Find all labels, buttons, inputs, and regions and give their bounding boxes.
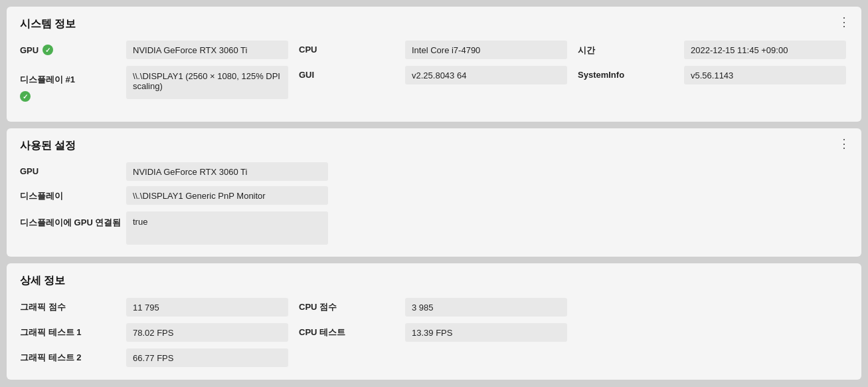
used-settings-card: 사용된 설정 ⋮ GPU NVIDIA GeForce RTX 3060 Ti … [7,128,861,257]
cpu-test-value: 13.39 FPS [405,323,567,342]
display-status-icon [20,91,31,102]
time-label: 시간 [578,41,684,61]
gui-value: v2.25.8043 64 [405,66,567,84]
graphics-test1-label: 그래픽 테스트 1 [20,322,126,342]
system-info-menu[interactable]: ⋮ [838,16,851,28]
settings-display-label: 디스플레이 [20,186,126,206]
graphics-score-value: 11 795 [126,298,288,317]
details-card: 상세 정보 그래픽 점수 11 795 CPU 점수 3 985 그래픽 테스트… [7,263,861,380]
details-title: 상세 정보 [20,274,848,288]
settings-gpu-value: NVIDIA GeForce RTX 3060 Ti [126,162,328,181]
system-info-grid: GPU NVIDIA GeForce RTX 3060 Ti CPU Intel… [20,41,848,110]
settings-gpu-label: GPU [20,162,126,180]
graphics-test1-value: 78.02 FPS [126,323,288,342]
graphics-test2-value: 66.77 FPS [126,348,288,367]
time-value: 2022-12-15 11:45 +09:00 [684,41,846,59]
sysinfo-label: SystemInfo [578,66,684,84]
settings-display-value: \\.\DISPLAY1 Generic PnP Monitor [126,186,328,205]
gpu-value: NVIDIA GeForce RTX 3060 Ti [126,41,288,59]
system-info-title: 시스템 정보 [20,17,848,31]
used-settings-title: 사용된 설정 [20,139,848,153]
gpu-label: GPU [20,41,126,59]
system-info-card: 시스템 정보 ⋮ GPU NVIDIA GeForce RTX 3060 Ti … [7,7,861,122]
settings-grid: GPU NVIDIA GeForce RTX 3060 Ti 디스플레이 \\.… [20,162,848,245]
display-value: \\.\DISPLAY1 (2560 × 1080, 125% DPI scal… [126,66,288,99]
details-grid: 그래픽 점수 11 795 CPU 점수 3 985 그래픽 테스트 1 78.… [20,297,848,368]
cpu-label: CPU [299,41,405,59]
display-label: 디스플레이 #1 [20,66,126,110]
graphics-score-label: 그래픽 점수 [20,297,126,317]
settings-gpu-connected-label: 디스플레이에 GPU 연결됨 [20,211,126,233]
cpu-value: Intel Core i7-4790 [405,41,567,59]
settings-gpu-connected-value: true [126,211,328,245]
sysinfo-value: v5.56.1143 [684,66,846,84]
graphics-test2-label: 그래픽 테스트 2 [20,348,126,368]
cpu-score-label: CPU 점수 [299,297,405,317]
cpu-score-value: 3 985 [405,298,567,317]
used-settings-menu[interactable]: ⋮ [838,138,851,150]
gpu-status-icon [43,45,53,55]
cpu-test-label: CPU 테스트 [299,322,405,342]
gui-label: GUI [299,66,405,84]
